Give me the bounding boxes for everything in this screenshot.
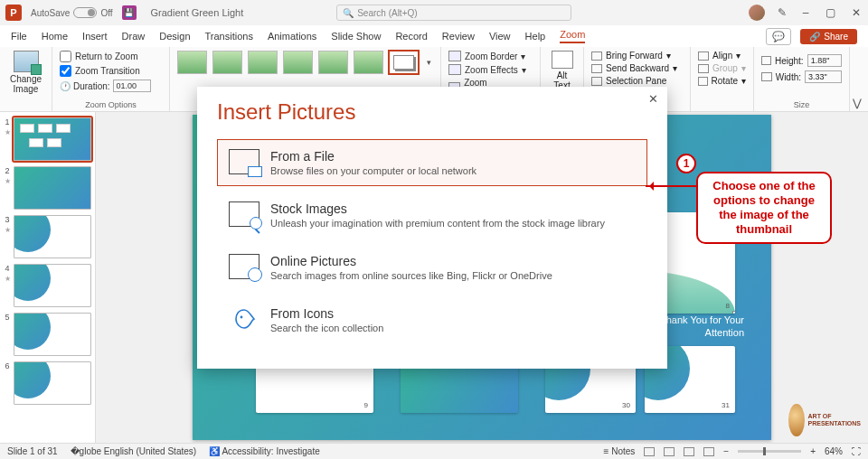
toggle-off-icon[interactable] <box>73 7 97 18</box>
stock-images-icon <box>229 201 259 227</box>
zoom-styles-gallery[interactable]: ▾ <box>177 51 433 74</box>
star-icon: ★ <box>5 226 11 234</box>
zoom-transition-checkbox[interactable]: Zoom Transition <box>60 65 162 77</box>
comments-button[interactable]: 💬 <box>766 28 791 45</box>
autosave-state: Off <box>100 8 112 18</box>
bring-forward-button[interactable]: Bring Forward ▾ <box>591 51 683 61</box>
alt-text-button[interactable]: Alt Text <box>548 51 576 90</box>
gallery-more-icon[interactable]: ▾ <box>424 58 433 67</box>
thumbnail-3[interactable]: 3★ <box>4 215 91 258</box>
send-backward-button[interactable]: Send Backward ▾ <box>591 63 683 73</box>
slide-counter[interactable]: Slide 1 of 31 <box>7 446 58 456</box>
duration-field[interactable]: 🕐 Duration: 01.00 <box>60 80 162 92</box>
slide-thumbnails-panel: 1★ 2★ 3★ 4★ 5 6 <box>0 112 96 443</box>
duration-value[interactable]: 01.00 <box>113 80 151 92</box>
tab-transitions[interactable]: Transitions <box>205 31 253 42</box>
share-button[interactable]: 🔗 Share <box>800 29 857 44</box>
option-from-file[interactable]: From a FileBrowse files on your computer… <box>217 139 647 186</box>
change-image-button[interactable]: Change Image <box>7 51 44 94</box>
notes-button[interactable]: ≡ Notes <box>604 446 636 456</box>
annotation-step-badge: 1 <box>676 154 696 173</box>
style-thumb[interactable] <box>177 51 207 74</box>
save-icon[interactable]: 💾 <box>122 5 137 20</box>
minimize-button[interactable]: – <box>799 6 812 19</box>
bring-forward-icon <box>591 52 602 61</box>
rotate-icon <box>698 77 708 86</box>
presentation-name[interactable]: Gradient Green Light <box>151 7 244 18</box>
normal-view-icon[interactable] <box>644 447 655 456</box>
user-avatar[interactable] <box>749 5 765 21</box>
tab-record[interactable]: Record <box>395 31 427 42</box>
zoom-slider[interactable] <box>738 450 801 453</box>
tab-slideshow[interactable]: Slide Show <box>331 31 381 42</box>
from-icons-icon <box>229 306 259 332</box>
accessibility-status[interactable]: ♿ Accessibility: Investigate <box>209 446 320 456</box>
thumbnail-2[interactable]: 2★ <box>4 166 91 210</box>
watermark-logo: ART OF PRESENTATIONS <box>788 401 861 439</box>
language-indicator[interactable]: �globe English (United States) <box>71 446 197 456</box>
status-bar: Slide 1 of 31 �globe English (United Sta… <box>0 443 868 459</box>
tab-zoom[interactable]: Zoom <box>560 29 585 43</box>
style-thumb[interactable] <box>248 51 278 74</box>
tab-help[interactable]: Help <box>525 31 546 42</box>
close-button[interactable]: ✕ <box>850 6 863 19</box>
return-to-zoom-checkbox[interactable]: Return to Zoom <box>60 51 162 62</box>
option-online-pictures[interactable]: Online PicturesSearch images from online… <box>217 244 647 291</box>
align-button[interactable]: Align ▾ <box>698 51 746 61</box>
tab-file[interactable]: File <box>11 31 27 42</box>
style-thumb[interactable] <box>318 51 348 74</box>
clock-icon: 🕐 <box>60 81 71 91</box>
thumbnail-1[interactable]: 1★ <box>4 117 91 161</box>
tab-view[interactable]: View <box>489 31 511 42</box>
thumbnail-4[interactable]: 4★ <box>4 264 91 307</box>
slideshow-view-icon[interactable] <box>703 447 714 456</box>
zoom-out-button[interactable]: − <box>723 446 729 456</box>
slide-text: Thank You for YourAttention <box>660 314 744 339</box>
autosave-label: AutoSave <box>31 8 70 18</box>
tab-animations[interactable]: Animations <box>268 31 316 42</box>
collapse-ribbon-button[interactable]: ⋁ <box>850 97 864 111</box>
star-icon: ★ <box>5 177 11 185</box>
rotate-button[interactable]: Rotate ▾ <box>698 76 746 86</box>
selection-pane-button[interactable]: Selection Pane <box>591 76 683 86</box>
search-placeholder: Search (Alt+Q) <box>357 8 417 18</box>
pen-icon[interactable]: ✎ <box>778 6 787 19</box>
online-pictures-icon <box>229 254 259 279</box>
autosave-toggle[interactable]: AutoSave Off <box>31 7 113 18</box>
thumbnail-6[interactable]: 6 <box>4 361 91 405</box>
svg-point-0 <box>241 316 243 319</box>
dialog-close-button[interactable]: ✕ <box>648 92 658 106</box>
effects-icon <box>448 64 461 75</box>
zoom-border-button[interactable]: Zoom Border ▾ <box>448 51 533 61</box>
tab-review[interactable]: Review <box>442 31 475 42</box>
zoom-effects-button[interactable]: Zoom Effects ▾ <box>448 64 533 75</box>
style-thumb-selected[interactable] <box>389 51 419 74</box>
group-icon <box>698 64 709 73</box>
height-value[interactable]: 1.88" <box>807 54 842 67</box>
reading-view-icon[interactable] <box>684 447 694 456</box>
zoom-in-button[interactable]: + <box>810 446 816 456</box>
alt-text-icon <box>552 51 573 69</box>
logo-icon <box>788 404 805 436</box>
sorter-view-icon[interactable] <box>664 447 675 456</box>
file-icon <box>229 149 259 174</box>
tab-home[interactable]: Home <box>42 31 68 42</box>
width-value[interactable]: 3.33" <box>805 70 842 83</box>
fit-to-window-button[interactable]: ⛶ <box>852 446 861 456</box>
style-thumb[interactable] <box>212 51 242 74</box>
tab-insert[interactable]: Insert <box>82 31 108 42</box>
width-field[interactable]: Width:3.33" <box>761 70 842 83</box>
search-input[interactable]: 🔍 Search (Alt+Q) <box>336 5 571 21</box>
thumbnail-5[interactable]: 5 <box>4 313 91 356</box>
tab-design[interactable]: Design <box>159 31 190 42</box>
tab-draw[interactable]: Draw <box>122 31 146 42</box>
option-from-icons[interactable]: From IconsSearch the icon collection <box>217 296 647 343</box>
height-icon <box>761 56 771 65</box>
group-button[interactable]: Group ▾ <box>698 63 746 73</box>
height-field[interactable]: Height:1.88" <box>761 54 842 67</box>
zoom-percent[interactable]: 64% <box>825 446 843 456</box>
option-stock-images[interactable]: Stock ImagesUnleash your imagination wit… <box>217 192 647 239</box>
style-thumb[interactable] <box>283 51 313 74</box>
maximize-button[interactable]: ▢ <box>825 6 837 19</box>
style-thumb[interactable] <box>354 51 383 74</box>
